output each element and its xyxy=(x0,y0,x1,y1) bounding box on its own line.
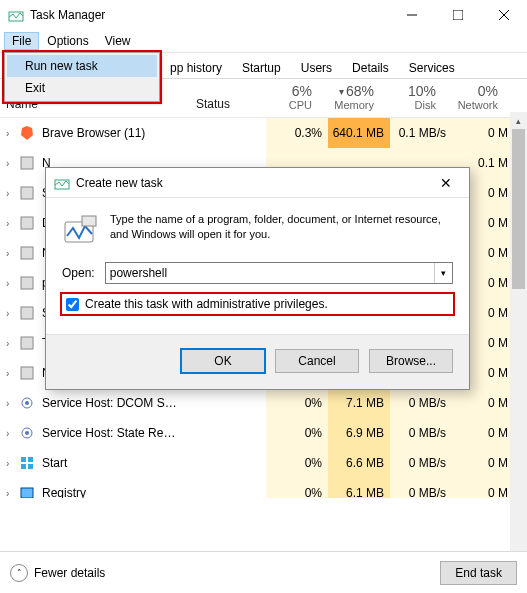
cpu-cell: 0% xyxy=(266,478,328,498)
dialog-title: Create new task xyxy=(76,176,431,190)
process-icon xyxy=(18,214,36,232)
admin-checkbox[interactable] xyxy=(66,298,79,311)
memory-cell: 6.1 MB xyxy=(328,478,390,498)
process-name: Service Host: State Re… xyxy=(42,426,218,440)
menu-options[interactable]: Options xyxy=(39,32,96,50)
expand-icon[interactable]: › xyxy=(6,428,18,439)
titlebar: Task Manager xyxy=(0,0,527,30)
table-row[interactable]: ›Service Host: State Re…0%6.9 MB0 MB/s0 … xyxy=(0,418,527,448)
svg-rect-19 xyxy=(21,464,26,469)
menu-item-run-new-task[interactable]: Run new task xyxy=(7,55,157,77)
process-icon xyxy=(18,124,36,142)
svg-point-14 xyxy=(25,401,29,405)
expand-icon[interactable]: › xyxy=(6,278,18,289)
expand-icon[interactable]: › xyxy=(6,338,18,349)
svg-rect-6 xyxy=(21,187,33,199)
dialog-close-button[interactable]: ✕ xyxy=(431,175,461,191)
tab-services[interactable]: Services xyxy=(399,56,465,79)
memory-cell: 6.9 MB xyxy=(328,418,390,448)
dialog-message: Type the name of a program, folder, docu… xyxy=(110,212,453,248)
process-icon xyxy=(18,304,36,322)
expand-icon[interactable]: › xyxy=(6,188,18,199)
chevron-down-icon[interactable]: ▾ xyxy=(434,263,452,283)
tab-details[interactable]: Details xyxy=(342,56,399,79)
process-name: Service Host: DCOM S… xyxy=(42,396,218,410)
create-new-task-dialog: Create new task ✕ Type the name of a pro… xyxy=(45,167,470,390)
process-icon xyxy=(18,454,36,472)
end-task-button[interactable]: End task xyxy=(440,561,517,585)
window-title: Task Manager xyxy=(30,8,389,22)
scroll-up-icon[interactable]: ▴ xyxy=(510,112,527,129)
svg-rect-21 xyxy=(21,488,33,498)
scroll-thumb[interactable] xyxy=(512,129,525,289)
col-disk[interactable]: 10%Disk xyxy=(380,83,442,111)
expand-icon[interactable]: › xyxy=(6,248,18,259)
memory-cell: 640.1 MB xyxy=(328,118,390,148)
ok-button[interactable]: OK xyxy=(181,349,265,373)
tab-app-history[interactable]: pp history xyxy=(160,56,232,79)
run-dialog-icon xyxy=(62,212,98,248)
table-row[interactable]: ›Start0%6.6 MB0 MB/s0 M xyxy=(0,448,527,478)
disk-cell: 0 MB/s xyxy=(390,388,452,418)
process-icon xyxy=(18,244,36,262)
col-status[interactable]: Status xyxy=(196,97,256,111)
process-icon xyxy=(18,364,36,382)
disk-cell: 0 MB/s xyxy=(390,448,452,478)
tab-users[interactable]: Users xyxy=(291,56,342,79)
menu-file[interactable]: File xyxy=(4,32,39,50)
expand-icon[interactable]: › xyxy=(6,488,18,499)
network-cell: 0 M xyxy=(452,478,514,498)
close-button[interactable] xyxy=(481,0,527,30)
col-cpu[interactable]: 6%CPU xyxy=(256,83,318,111)
process-name: Registry xyxy=(42,486,218,498)
table-row[interactable]: ›Brave Browser (11)0.3%640.1 MB0.1 MB/s0… xyxy=(0,118,527,148)
cpu-cell: 0% xyxy=(266,388,328,418)
network-cell: 0 M xyxy=(452,388,514,418)
network-cell: 0 M xyxy=(452,418,514,448)
process-icon xyxy=(18,184,36,202)
svg-rect-20 xyxy=(28,464,33,469)
expand-icon[interactable]: › xyxy=(6,308,18,319)
vertical-scrollbar[interactable]: ▴ xyxy=(510,112,527,551)
open-combobox[interactable]: ▾ xyxy=(105,262,453,284)
expand-icon[interactable]: › xyxy=(6,128,18,139)
menu-view[interactable]: View xyxy=(97,32,139,50)
disk-cell: 0 MB/s xyxy=(390,418,452,448)
disk-cell: 0.1 MB/s xyxy=(390,118,452,148)
svg-rect-9 xyxy=(21,277,33,289)
svg-rect-8 xyxy=(21,247,33,259)
cpu-cell: 0% xyxy=(266,418,328,448)
svg-rect-10 xyxy=(21,307,33,319)
file-dropdown: Run new task Exit xyxy=(4,52,160,102)
open-input[interactable] xyxy=(106,263,434,283)
expand-icon[interactable]: › xyxy=(6,458,18,469)
cancel-button[interactable]: Cancel xyxy=(275,349,359,373)
expand-icon[interactable]: › xyxy=(6,218,18,229)
app-icon xyxy=(8,7,24,23)
table-row[interactable]: ›Service Host: DCOM S…0%7.1 MB0 MB/s0 M xyxy=(0,388,527,418)
table-row[interactable]: ›Registry0%6.1 MB0 MB/s0 M xyxy=(0,478,527,498)
tab-startup[interactable]: Startup xyxy=(232,56,291,79)
process-icon xyxy=(18,484,36,498)
process-icon xyxy=(18,394,36,412)
fewer-details-button[interactable]: ˄ Fewer details xyxy=(10,564,105,582)
minimize-button[interactable] xyxy=(389,0,435,30)
expand-icon[interactable]: › xyxy=(6,158,18,169)
col-network[interactable]: 0%Network xyxy=(442,83,504,111)
chevron-up-icon: ˄ xyxy=(10,564,28,582)
menubar: File Options View xyxy=(0,30,527,53)
col-memory[interactable]: ▾68%Memory xyxy=(318,83,380,111)
browse-button[interactable]: Browse... xyxy=(369,349,453,373)
expand-icon[interactable]: › xyxy=(6,398,18,409)
admin-checkbox-row[interactable]: Create this task with administrative pri… xyxy=(62,294,453,314)
memory-cell: 7.1 MB xyxy=(328,388,390,418)
disk-cell: 0 MB/s xyxy=(390,478,452,498)
svg-rect-7 xyxy=(21,217,33,229)
network-cell: 0 M xyxy=(452,118,514,148)
maximize-button[interactable] xyxy=(435,0,481,30)
svg-rect-26 xyxy=(82,216,96,226)
expand-icon[interactable]: › xyxy=(6,368,18,379)
process-icon xyxy=(18,334,36,352)
svg-rect-18 xyxy=(28,457,33,462)
menu-item-exit[interactable]: Exit xyxy=(7,77,157,99)
